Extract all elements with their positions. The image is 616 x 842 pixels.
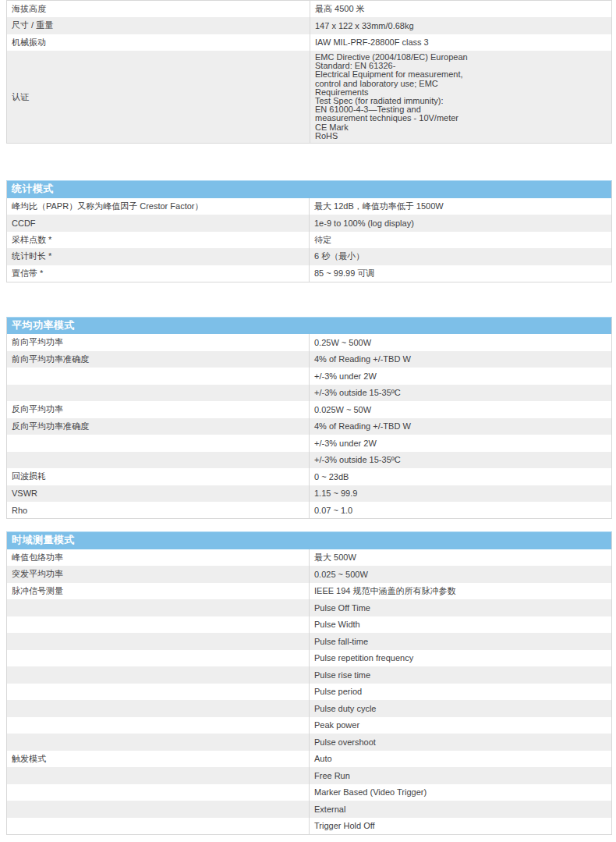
spec-value: 0.025 ~ 500W [310,566,612,583]
spec-value: Trigger Hold Off [310,818,612,835]
spec-label: 反向平均功率准确度 [7,418,310,435]
spec-row: Pulse Width [7,616,612,634]
spec-row: 认证 EMC Directive (2004/108/EC) European … [7,51,612,144]
spec-value: +/-3% under 2W [310,368,612,385]
spec-row: 尺寸 / 重量 147 x 122 x 33mm/0.68kg [7,17,612,34]
spec-value: Pulse rise time [310,666,612,684]
spec-label [7,368,310,385]
spec-row: Pulse period [7,684,612,701]
spec-row: 前向平均功率准确度 4% of Reading +/-TBD W [7,351,612,368]
spec-value: Auto [310,751,612,768]
spec-label: 采样点数 * [7,232,310,249]
spec-value: EMC Directive (2004/108/EC) European Sta… [310,51,612,144]
spec-value: 0.025W ~ 50W [310,401,612,418]
spec-row: 峰值包络功率 最大 500W [7,549,612,567]
spec-row: Free Run [7,767,612,784]
spec-value: 0.25W ~ 500W [310,334,612,351]
spec-label: CCDF [7,215,310,232]
spec-label: 峰均比（PAPR）又称为峰值因子 Crestor Factor） [7,198,310,215]
spec-row: 反向平均功率准确度 4% of Reading +/-TBD W [7,418,612,435]
spec-value: 85 ~ 99.99 可调 [310,265,612,282]
general-environment-specs-table: 海拔高度 最高 4500 米 尺寸 / 重量 147 x 122 x 33mm/… [6,0,612,144]
spec-label [7,801,310,818]
spec-value: 最高 4500 米 [310,1,612,18]
spec-row: 触发模式 Auto [7,751,612,768]
spec-label: 突发平均功率 [7,566,310,583]
spec-label: 认证 [7,51,310,144]
spec-value: 1e-9 to 100% (log display) [310,215,612,232]
spec-sheet-page: 海拔高度 最高 4500 米 尺寸 / 重量 147 x 122 x 33mm/… [0,0,616,835]
spec-label: 机械振动 [7,34,310,52]
section-header: 平均功率模式 [7,317,612,334]
spec-value: 最大 12dB，峰值功率低于 1500W [310,198,612,215]
spec-value: 0 ~ 23dB [310,468,612,485]
spec-label: 峰值包络功率 [7,549,310,567]
spec-row: Pulse Off Time [7,599,612,616]
section-header: 时域测量模式 [7,532,612,549]
spec-label: 脉冲信号测量 [7,583,310,600]
spec-row: Peak power [7,717,612,734]
spec-row: 回波损耗 0 ~ 23dB [7,468,612,485]
spec-label: 反向平均功率 [7,401,310,418]
spec-row: 突发平均功率 0.025 ~ 500W [7,566,612,583]
section-header-row: 统计模式 [7,181,612,198]
spec-label: 触发模式 [7,751,310,768]
spec-label: 前向平均功率准确度 [7,351,310,368]
section-header: 统计模式 [7,181,612,198]
spec-row: Pulse repetition frequency [7,650,612,667]
spec-value: 4% of Reading +/-TBD W [310,351,612,368]
spec-value: +/-3% under 2W [310,435,612,452]
spec-label: 统计时长 * [7,248,310,265]
spec-value: External [310,801,612,818]
spec-label [7,650,310,667]
spec-row: Trigger Hold Off [7,818,612,835]
spec-value: 0.07 ~ 1.0 [310,502,612,519]
spec-row: VSWR 1.15 ~ 99.9 [7,485,612,503]
spec-label [7,599,310,616]
spec-label [7,666,310,684]
spec-label [7,734,310,751]
spec-row: CCDF 1e-9 to 100% (log display) [7,215,612,232]
spec-label: VSWR [7,485,310,503]
spec-value: Pulse fall-time [310,633,612,650]
spec-label [7,633,310,650]
spec-row: +/-3% outside 15-35ºC [7,452,612,469]
spec-row: 前向平均功率 0.25W ~ 500W [7,334,612,351]
spec-value: Pulse Off Time [310,599,612,616]
spec-value: Pulse duty cycle [310,700,612,717]
spec-value: 147 x 122 x 33mm/0.68kg [310,17,612,34]
spec-label: 前向平均功率 [7,334,310,351]
spec-row: Marker Based (Video Trigger) [7,784,612,801]
spec-value: 4% of Reading +/-TBD W [310,418,612,435]
spec-label: 置信带 * [7,265,310,282]
spec-row: 海拔高度 最高 4500 米 [7,1,612,18]
spec-value: Pulse overshoot [310,734,612,751]
spec-row: External [7,801,612,818]
spec-label [7,717,310,734]
section-header-row: 平均功率模式 [7,317,612,334]
time-domain-measurement-mode-table: 时域测量模式 峰值包络功率 最大 500W 突发平均功率 0.025 ~ 500… [6,531,612,835]
spec-value: Pulse Width [310,616,612,634]
spec-value: 6 秒（最小） [310,248,612,265]
spec-row: 置信带 * 85 ~ 99.99 可调 [7,265,612,282]
spec-row: 峰均比（PAPR）又称为峰值因子 Crestor Factor） 最大 12dB… [7,198,612,215]
spec-row: 机械振动 IAW MIL-PRF-28800F class 3 [7,34,612,52]
spec-value: Pulse repetition frequency [310,650,612,667]
statistics-mode-table: 统计模式 峰均比（PAPR）又称为峰值因子 Crestor Factor） 最大… [6,180,612,282]
spec-label: 海拔高度 [7,1,310,18]
spec-label [7,452,310,469]
spec-label: 回波损耗 [7,468,310,485]
spec-row: +/-3% outside 15-35ºC [7,385,612,402]
spec-label [7,435,310,452]
spec-value: 1.15 ~ 99.9 [310,485,612,503]
spec-row: Rho 0.07 ~ 1.0 [7,502,612,519]
spec-label [7,818,310,835]
spec-row: Pulse rise time [7,666,612,684]
spec-value: 最大 500W [310,549,612,567]
spec-label: Rho [7,502,310,519]
spec-value: +/-3% outside 15-35ºC [310,385,612,402]
spec-value: Pulse period [310,684,612,701]
spec-value: IAW MIL-PRF-28800F class 3 [310,34,612,52]
section-header-row: 时域测量模式 [7,532,612,549]
spec-label [7,700,310,717]
